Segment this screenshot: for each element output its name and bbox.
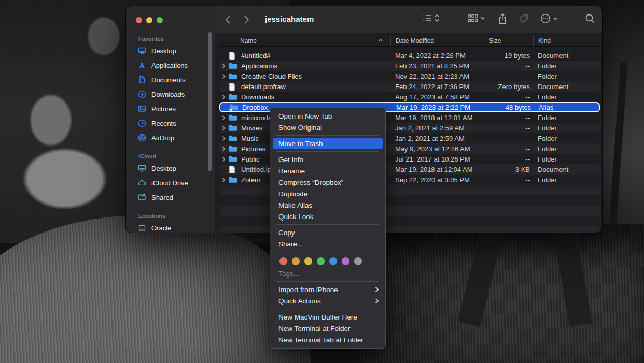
menu-item-new-terminal-tab-at-folder[interactable]: New Terminal Tab at Folder [270, 334, 385, 345]
downloads-icon [137, 90, 147, 99]
folder-icon [228, 155, 237, 163]
sidebar-item-airdrop[interactable]: AirDrop [126, 130, 215, 145]
table-row[interactable]: default.profraw Feb 24, 2022 at 7:36 PM … [219, 81, 600, 92]
disclosure-chevron-icon[interactable] [219, 94, 228, 100]
table-row[interactable]: Applications Feb 23, 2021 at 8:25 PM -- … [219, 61, 600, 71]
sidebar-item-label: AirDrop [151, 134, 174, 142]
airdrop-icon [137, 133, 147, 142]
document-icon [228, 52, 237, 60]
window-title: jessicahatem [265, 14, 314, 23]
share-button[interactable] [497, 13, 508, 25]
menu-item-duplicate[interactable]: Duplicate [270, 188, 385, 199]
document-icon [228, 166, 237, 173]
disclosure-chevron-icon[interactable] [219, 146, 228, 152]
sidebar-item-label: Applications [151, 62, 188, 69]
desktop-icon [137, 164, 147, 173]
sidebar-item-documents[interactable]: Documents [126, 72, 215, 87]
column-header-size[interactable]: Size [484, 35, 533, 46]
forward-button[interactable] [240, 13, 253, 26]
tag-green[interactable] [317, 257, 325, 265]
sidebar-item-icloud-drive[interactable]: iCloud Drive [126, 176, 215, 190]
menu-item-new-macvim-buffer[interactable]: New MacVim Buffer Here [270, 311, 385, 323]
sort-order-stepper[interactable] [434, 13, 440, 23]
sidebar-item-icloud-desktop[interactable]: Desktop [126, 161, 215, 176]
folder-icon [228, 93, 237, 101]
sidebar-item-label: Shared [151, 194, 173, 201]
sidebar-item-label: Desktop [151, 165, 176, 172]
pictures-icon [137, 104, 147, 113]
column-header-name[interactable]: Name [219, 35, 390, 46]
menu-item-quick-look[interactable]: Quick Look [270, 211, 385, 222]
sidebar-item-label: Desktop [151, 47, 176, 55]
disclosure-chevron-icon[interactable] [219, 136, 228, 141]
back-button[interactable] [221, 13, 234, 26]
menu-item-compress[interactable]: Compress “Dropbox” [270, 177, 385, 188]
minimize-button[interactable] [146, 17, 152, 23]
tag-purple[interactable] [342, 257, 349, 265]
disclosure-chevron-icon[interactable] [219, 125, 228, 131]
table-row[interactable]: Creative Cloud Files Nov 22, 2021 at 2:2… [219, 71, 600, 81]
desktop-icon [137, 46, 147, 55]
group-view-button[interactable] [467, 13, 485, 23]
list-view-button[interactable] [422, 13, 440, 23]
folder-icon [228, 176, 237, 184]
close-button[interactable] [136, 17, 142, 23]
sidebar: Favorites Desktop A Applications Documen… [126, 6, 215, 233]
sidebar-item-recents[interactable]: Recents [126, 116, 215, 130]
sidebar-item-desktop[interactable]: Desktop [126, 43, 215, 58]
disclosure-chevron-icon[interactable] [219, 63, 228, 69]
column-header-date-modified[interactable]: Date Modified [390, 35, 484, 46]
table-row[interactable]: #untitled# Mar 4, 2022 at 2:26 PM 19 byt… [219, 50, 600, 61]
sidebar-item-label: Oracle [151, 224, 171, 232]
sidebar-item-pictures[interactable]: Pictures [126, 101, 215, 116]
folder-icon [228, 124, 237, 132]
tag-color-row [270, 254, 385, 268]
sidebar-item-label: Pictures [151, 105, 176, 113]
menu-separator [276, 309, 379, 309]
folder-icon [228, 114, 237, 122]
menu-item-share[interactable]: Share... [270, 238, 385, 250]
zoom-button[interactable] [157, 17, 163, 23]
tag-blue[interactable] [329, 257, 337, 265]
sidebar-item-applications[interactable]: A Applications [126, 58, 215, 72]
disclosure-chevron-icon[interactable] [219, 74, 228, 79]
menu-item-tags[interactable]: Tags... [270, 268, 385, 279]
sidebar-item-oracle[interactable]: Oracle [126, 221, 215, 233]
menu-item-copy[interactable]: Copy [270, 227, 385, 238]
menu-item-get-info[interactable]: Get Info [270, 154, 385, 165]
tag-icon[interactable] [518, 13, 529, 24]
documents-icon [137, 75, 147, 84]
more-actions-button[interactable] [540, 13, 558, 24]
chevron-down-icon [553, 16, 558, 21]
disclosure-chevron-icon[interactable] [219, 115, 228, 121]
sidebar-item-shared[interactable]: Shared [126, 190, 215, 205]
disclosure-chevron-icon[interactable] [219, 177, 228, 183]
menu-separator [276, 224, 379, 225]
context-menu: Open in New Tab Show Original Move to Tr… [270, 107, 386, 349]
alias-arrow-badge [229, 109, 232, 111]
search-icon[interactable] [584, 13, 596, 24]
menu-item-show-original[interactable]: Show Original [270, 122, 385, 133]
menu-separator [276, 281, 379, 282]
menu-separator [276, 252, 379, 252]
menu-item-quick-actions[interactable]: Quick Actions [270, 295, 385, 307]
tag-yellow[interactable] [304, 257, 312, 265]
tag-red[interactable] [279, 257, 287, 265]
menu-item-open-in-new-tab[interactable]: Open in New Tab [270, 110, 385, 122]
tag-orange[interactable] [292, 257, 300, 265]
menu-item-new-terminal-at-folder[interactable]: New Terminal at Folder [270, 323, 385, 334]
sidebar-item-downloads[interactable]: Downloads [126, 87, 215, 101]
sidebar-scrollbar[interactable] [208, 32, 212, 171]
tag-gray[interactable] [354, 257, 362, 265]
menu-item-make-alias[interactable]: Make Alias [270, 199, 385, 211]
column-header-kind[interactable]: Kind [533, 35, 600, 46]
sidebar-section-locations: Locations [126, 211, 215, 221]
menu-item-import-from-iphone[interactable]: Import from iPhone [270, 284, 385, 295]
menu-item-move-to-trash[interactable]: Move to Trash [273, 138, 383, 149]
document-icon [228, 83, 237, 91]
menu-item-rename[interactable]: Rename [270, 165, 385, 177]
disclosure-chevron-icon[interactable] [219, 156, 228, 162]
toolbar: jessicahatem [215, 6, 602, 33]
table-row[interactable]: Downloads Aug 17, 2023 at 7:58 PM -- Fol… [219, 92, 600, 102]
desktop: Favorites Desktop A Applications Documen… [0, 0, 644, 363]
